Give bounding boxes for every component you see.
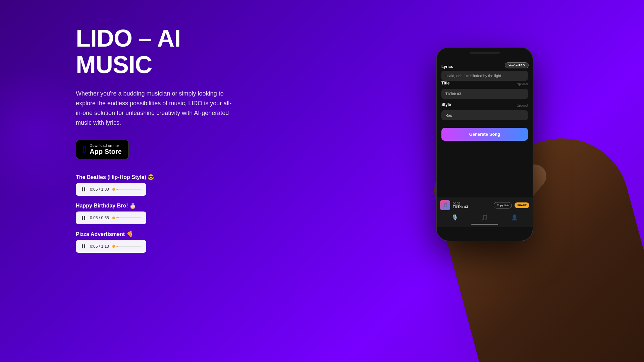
left-section: LIDO – AI MUSIC Whether you're a budding…: [76, 25, 277, 253]
svg-rect-0: [82, 187, 83, 191]
style-label-row: Style Optional: [441, 102, 528, 109]
player-bar-2[interactable]: 0:05 / 0:55: [76, 212, 146, 224]
track-title-1: The Beatles (Hip-Hop Style) 😎: [76, 174, 277, 180]
title-label: Title: [441, 81, 449, 85]
pause-icon-3[interactable]: [80, 243, 87, 249]
svg-rect-3: [84, 216, 85, 220]
player-track-line-1: [116, 189, 142, 190]
phone-nav: 🎙️ 🎵 👤: [440, 213, 529, 222]
phone-mockup: You're PRO Lyrics I said, ooh, I'm blind…: [436, 47, 533, 241]
player-time-1: 0:05 / 1:00: [90, 187, 109, 192]
player-track-line-2: [116, 217, 142, 218]
track-list: The Beatles (Hip-Hop Style) 😎 0:05 / 1:0…: [76, 174, 277, 253]
phone-now-playing: 🎵 00:38 TikTok #3 Copy Link SHARE: [440, 200, 529, 210]
track-title-2: Happy Birthday Bro! 🎂: [76, 202, 277, 209]
pro-badge: You're PRO: [505, 62, 529, 68]
generate-song-button[interactable]: Generate Song: [441, 128, 528, 141]
app-store-button[interactable]:  Download on the App Store: [76, 140, 129, 159]
player-track-fill-2: [116, 217, 119, 218]
app-store-name: App Store: [90, 147, 122, 156]
player-progress-2[interactable]: [112, 217, 142, 219]
player-dot-1: [112, 188, 115, 191]
lyrics-input[interactable]: I said, ooh, I'm blinded by the light: [441, 71, 528, 81]
player-track-fill-3: [116, 246, 118, 247]
player-time-2: 0:05 / 0:55: [90, 216, 109, 220]
svg-rect-4: [82, 244, 83, 248]
nav-home-icon[interactable]: 🎙️: [451, 214, 458, 221]
phone-track-name: TikTok #3: [453, 205, 491, 209]
player-bar-3[interactable]: 0:05 / 1:13: [76, 240, 146, 253]
track-item-2: Happy Birthday Bro! 🎂 0:05 / 0:55: [76, 202, 277, 224]
app-store-btn-text: Download on the App Store: [90, 143, 122, 156]
svg-rect-5: [84, 244, 85, 248]
phone-track-info: 00:38 TikTok #3: [453, 202, 491, 209]
track-title-3: Pizza Advertisment 🍕: [76, 231, 277, 237]
hero-title-line1: LIDO – AI: [76, 25, 180, 52]
svg-rect-1: [84, 187, 85, 191]
player-track-fill-1: [116, 189, 118, 190]
title-label-row: Title Optional: [441, 81, 528, 87]
style-input[interactable]: Rap: [441, 110, 528, 120]
player-dot-2: [112, 217, 115, 219]
style-label: Style: [441, 102, 451, 107]
hero-title: LIDO – AI MUSIC: [76, 25, 277, 78]
title-input[interactable]: TikTok #3: [441, 89, 528, 99]
pause-icon-1[interactable]: [80, 186, 87, 192]
style-optional: Optional: [517, 104, 528, 107]
apple-icon: : [83, 145, 86, 154]
copy-link-button[interactable]: Copy Link: [494, 202, 512, 208]
track-item-1: The Beatles (Hip-Hop Style) 😎 0:05 / 1:0…: [76, 174, 277, 196]
share-button[interactable]: SHARE: [515, 202, 529, 208]
phone-bottom-bar: 🎵 00:38 TikTok #3 Copy Link SHARE 🎙️ 🎵: [437, 197, 533, 227]
phone-screen: You're PRO Lyrics I said, ooh, I'm blind…: [437, 58, 533, 241]
hero-description: Whether you're a budding musician or sim…: [76, 89, 237, 127]
player-bar-1[interactable]: 0:05 / 1:00: [76, 183, 146, 196]
hero-title-line2: MUSIC: [76, 51, 152, 78]
track-item-3: Pizza Advertisment 🍕 0:05 / 1:13: [76, 231, 277, 253]
phone-progress-line: [471, 224, 498, 225]
nav-profile-icon[interactable]: 👤: [511, 214, 518, 221]
player-time-3: 0:05 / 1:13: [90, 244, 109, 249]
phone-track-time: 00:38: [453, 202, 491, 205]
pause-icon-2[interactable]: [80, 215, 87, 221]
nav-music-icon[interactable]: 🎵: [481, 214, 488, 221]
phone-notch: [470, 52, 500, 54]
player-progress-1[interactable]: [112, 188, 142, 191]
title-optional: Optional: [517, 82, 528, 86]
player-track-line-3: [116, 246, 142, 247]
phone-inner: You're PRO Lyrics I said, ooh, I'm blind…: [437, 48, 533, 241]
player-dot-3: [112, 245, 115, 248]
player-progress-3[interactable]: [112, 245, 142, 248]
app-store-download-text: Download on the: [90, 143, 122, 147]
svg-rect-2: [82, 216, 83, 220]
phone-track-thumb: 🎵: [440, 200, 450, 210]
